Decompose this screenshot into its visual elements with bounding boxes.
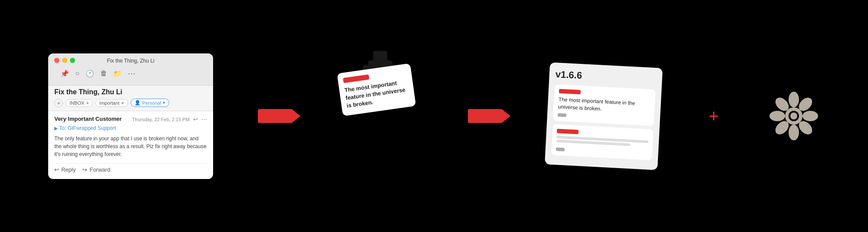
gear-flower-icon (768, 90, 820, 142)
arrow-2 (468, 109, 503, 123)
forward-icon: ↪ (82, 166, 87, 173)
folder-icon[interactable]: 📁 (113, 70, 122, 78)
window-title: Fix the Thing, Zhu Li (54, 58, 207, 64)
reply-arrow-icon[interactable]: ↩ (193, 116, 198, 123)
to-arrow-icon: ▶ (54, 126, 58, 131)
important-tag[interactable]: Important × (95, 99, 128, 107)
email-meta: Thursday, 22 Feb, 2:15 PM ↩ ··· (132, 116, 207, 123)
clock-icon[interactable]: 🕐 (85, 70, 94, 78)
email-body: Very Important Customer Thursday, 22 Feb… (48, 111, 213, 179)
svg-point-1 (789, 92, 799, 107)
gray-line-icon (558, 113, 566, 117)
plus-connector: + (709, 106, 719, 126)
gray-line-icon-2 (556, 147, 564, 151)
email-date: Thursday, 22 Feb, 2:15 PM (132, 117, 189, 122)
circle-icon[interactable]: ○ (75, 70, 79, 77)
more-icon[interactable]: ··· (128, 69, 136, 78)
reply-icon: ↩ (54, 166, 59, 173)
inbox-tag-label: INBOX (69, 100, 84, 106)
forward-button[interactable]: ↪ Forward (82, 166, 110, 173)
issue-item-2 (551, 124, 653, 160)
personal-tag[interactable]: 👤 Personal ▾ (131, 99, 169, 107)
personal-tag-dropdown[interactable]: ▾ (163, 100, 165, 106)
email-to-text: To: GIFwrapped Support (59, 125, 116, 131)
important-tag-close[interactable]: × (121, 100, 124, 106)
add-tag-button[interactable]: + (54, 99, 63, 107)
inbox-tag[interactable]: INBOX × (66, 99, 93, 107)
titlebar: Fix the Thing, Zhu Li 📌 ○ 🕐 🗑 📁 ··· (48, 53, 213, 86)
arrow-1 (258, 109, 293, 123)
email-to: ▶ To: GIFwrapped Support (54, 125, 207, 131)
personal-tag-label: Personal (142, 100, 161, 106)
issue-version: v1.6.6 (555, 69, 656, 85)
red-arrow-2 (468, 109, 503, 123)
reply-button[interactable]: ↩ Reply (54, 166, 76, 173)
ticket-text: The most important feature in the univer… (344, 78, 410, 110)
issue-list-wrapper: v1.6.6 The most important feature in the… (547, 65, 660, 167)
email-window: Fix the Thing, Zhu Li 📌 ○ 🕐 🗑 📁 ··· Fix … (48, 53, 213, 179)
issue-gray-lines-2 (556, 136, 648, 156)
more-options-icon[interactable]: ··· (201, 116, 207, 123)
reply-label: Reply (61, 166, 76, 173)
trash-icon[interactable]: 🗑 (100, 70, 107, 77)
svg-point-4 (802, 111, 818, 121)
svg-point-2 (789, 125, 799, 140)
ticket-wrapper: The most important feature in the univer… (337, 51, 424, 181)
red-arrow-1 (258, 109, 293, 123)
issue-title-1: The most important feature in the univer… (558, 96, 650, 115)
forward-label: Forward (89, 166, 110, 173)
personal-icon: 👤 (135, 100, 141, 106)
ticket-card: The most important feature in the univer… (337, 63, 416, 116)
email-tags: + INBOX × Important × 👤 Personal ▾ (54, 99, 207, 107)
issue-list-card: v1.6.6 The most important feature in the… (545, 62, 663, 170)
sender-row: Very Important Customer Thursday, 22 Feb… (54, 116, 207, 123)
issue-red-tag-2 (557, 129, 579, 134)
email-subject: Fix the Thing, Zhu Li (54, 88, 207, 96)
email-header: Fix the Thing, Zhu Li + INBOX × Importan… (48, 86, 213, 111)
sender-name: Very Important Customer (54, 116, 122, 122)
inbox-tag-close[interactable]: × (86, 100, 89, 106)
integration-icon (768, 90, 820, 142)
ticket-red-bar (343, 74, 369, 83)
svg-point-3 (769, 111, 785, 121)
email-actions: ↩ Reply ↪ Forward (54, 163, 207, 175)
issue-red-tag-1 (559, 89, 580, 94)
toolbar: 📌 ○ 🕐 🗑 📁 ··· (54, 66, 207, 82)
email-text: The only feature in your app that I use … (54, 135, 207, 158)
important-tag-label: Important (99, 100, 119, 106)
svg-point-10 (790, 113, 797, 119)
pin-icon[interactable]: 📌 (60, 70, 69, 78)
issue-item-1: The most important feature in the univer… (553, 84, 655, 126)
